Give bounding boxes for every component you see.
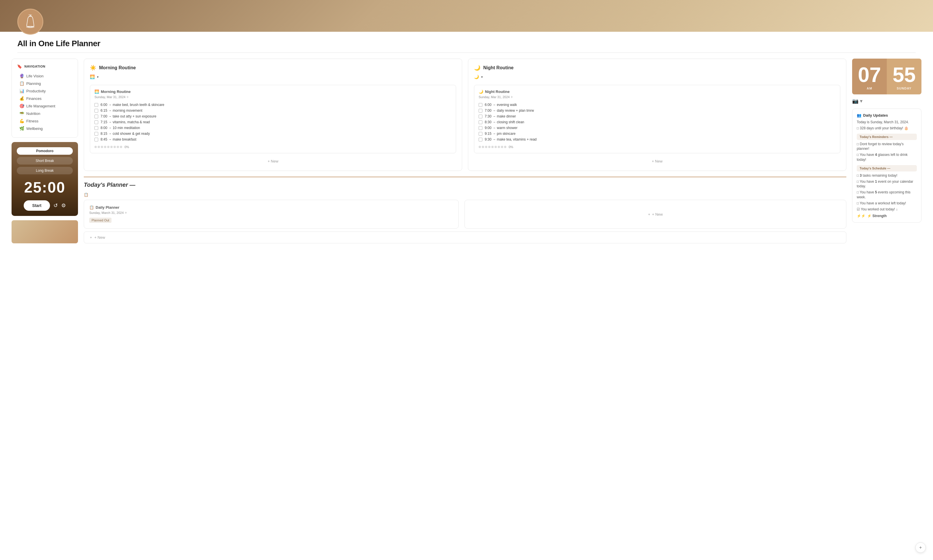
routine-item: 7:30 → make dinner	[479, 114, 836, 119]
life-management-icon: 🎯	[19, 104, 24, 108]
main-content: ☀️ Morning Routine 🌅 ▾ 🌅 Morning Routine…	[84, 58, 846, 243]
nav-header-label: NAVIGATION	[25, 65, 45, 68]
pomodoro-widget: Pomodoro Short Break Long Break 25:00 St…	[12, 142, 78, 216]
clock-day-label: SUNDAY	[897, 86, 911, 90]
clock-period-label: AM	[867, 86, 872, 90]
sidebar-item-nutrition[interactable]: 🥗 Nutrition	[17, 110, 72, 117]
routine-item: 6:15 → morning movement	[94, 108, 452, 114]
clock-hour-display: 07	[858, 65, 881, 85]
plus-icon: +	[648, 212, 651, 217]
night-inner-title: 🌙 Night Routine	[479, 89, 836, 94]
progress-dot	[504, 146, 506, 148]
sidebar-item-label: Productivity	[26, 89, 46, 93]
night-progress-dots	[479, 146, 506, 148]
sidebar-item-label: Wellbeing	[26, 126, 43, 131]
progress-dot	[114, 146, 116, 148]
night-checkbox-3[interactable]	[479, 120, 483, 124]
daily-planner-icon: 📋	[89, 205, 94, 209]
morning-item-2: 7:00 → take out atty + sun exposure	[100, 114, 156, 118]
progress-dot	[107, 146, 109, 148]
planner-cards-row: 📋 Daily Planner Sunday, March 31, 2024 ✧…	[84, 200, 846, 229]
night-checkbox-0[interactable]	[479, 103, 483, 107]
planner-icon: 📋	[84, 192, 88, 197]
planned-out-badge: Planned Out	[89, 218, 111, 223]
morning-item-1: 6:15 → morning movement	[100, 109, 142, 112]
night-routine-date: Sunday, Mar 31, 2024 ✧	[479, 95, 836, 99]
morning-progress-label: 0%	[125, 145, 129, 149]
sidebar-item-fitness[interactable]: 💪 Fitness	[17, 117, 72, 125]
routine-item: 7:00 → take out atty + sun exposure	[94, 114, 452, 119]
header-banner	[0, 0, 933, 32]
planner-section: Today's Planner — 📋 📋 Daily Planner Sund…	[84, 177, 846, 243]
sidebar-item-label: Nutrition	[26, 111, 40, 116]
page-title-area: All in One Life Planner	[0, 32, 933, 52]
morning-checkbox-4[interactable]	[94, 126, 98, 130]
daily-updates-title: 👥 Daily Updates	[857, 113, 917, 117]
progress-dot	[117, 146, 119, 148]
progress-dot	[479, 146, 481, 148]
clock-hour-panel: 07 AM	[852, 58, 887, 94]
sidebar-item-finances[interactable]: 💰 Finances	[17, 95, 72, 102]
pomodoro-tabs: Pomodoro Short Break Long Break	[17, 147, 73, 174]
morning-add-new-button[interactable]: + New	[90, 158, 456, 165]
bookmark-icon: 🔖	[17, 64, 22, 69]
sidebar: 🔖 NAVIGATION 🔮 Life Vision 📋 Planning 📊 …	[12, 58, 78, 243]
pomodoro-timer-display: 25:00	[17, 179, 73, 196]
camera-icon[interactable]: 📷	[852, 98, 859, 104]
clock-minute-panel: 55 SUNDAY	[887, 58, 921, 94]
pomodoro-start-button[interactable]: Start	[24, 200, 50, 211]
schedule-item-0: □ 3 tasks remaining today!	[857, 173, 917, 178]
camera-row: 📷 ▾	[852, 98, 921, 104]
morning-expand-icon[interactable]: ▾	[97, 75, 99, 78]
reminders-header: Today's Reminders —	[857, 134, 917, 140]
morning-checkbox-5[interactable]	[94, 132, 98, 136]
morning-checkbox-1[interactable]	[94, 109, 98, 112]
pomodoro-tab-pomodoro[interactable]: Pomodoro	[17, 147, 73, 155]
night-sub-icon: 🌙	[474, 74, 479, 79]
night-expand-icon[interactable]: ▾	[481, 75, 483, 78]
reminder-item-1: □ You have 4 glasses left to drink today…	[857, 152, 917, 162]
sidebar-item-productivity[interactable]: 📊 Productivity	[17, 87, 72, 95]
routine-item: 9:00 → warm shower	[479, 125, 836, 131]
night-checkbox-5[interactable]	[479, 132, 483, 136]
sidebar-item-life-vision[interactable]: 🔮 Life Vision	[17, 72, 72, 80]
morning-checkbox-6[interactable]	[94, 138, 98, 142]
night-routine-card: 🌙 Night Routine 🌙 ▾ 🌙 Night Routine Sund…	[468, 58, 846, 171]
routine-item: 8:00 → 10 min meditation	[94, 125, 452, 131]
progress-dot	[482, 146, 484, 148]
routine-item: 6:00 → make bed, brush teeth & skincare	[94, 102, 452, 108]
night-add-new-button[interactable]: + New	[474, 158, 840, 165]
morning-routine-date: Sunday, Mar 31, 2024 ✧	[94, 95, 452, 99]
schedule-item-4: ☑ You worked out today! ↓	[857, 207, 917, 212]
nav-header: 🔖 NAVIGATION	[17, 64, 72, 69]
morning-item-3: 7:15 → vitamins, matcha & read	[100, 120, 150, 124]
routine-item: 8:45 → make breakfast	[94, 137, 452, 142]
night-item-1: 7:00 → daily review + plan tmrw	[485, 109, 534, 112]
camera-expand-icon[interactable]: ▾	[860, 98, 862, 104]
sidebar-item-life-management[interactable]: 🎯 Life Management	[17, 102, 72, 110]
night-item-4: 9:00 → warm shower	[485, 126, 517, 130]
planner-add-new-button[interactable]: + + New	[464, 200, 846, 229]
sidebar-item-planning[interactable]: 📋 Planning	[17, 80, 72, 87]
night-checkbox-2[interactable]	[479, 115, 483, 118]
night-item-2: 7:30 → make dinner	[485, 114, 516, 118]
morning-checkbox-2[interactable]	[94, 115, 98, 118]
night-checkbox-6[interactable]	[479, 138, 483, 142]
pomodoro-tab-long-break[interactable]: Long Break	[17, 167, 73, 174]
wellbeing-icon: 🌿	[19, 126, 24, 131]
sidebar-item-label: Life Vision	[26, 74, 44, 78]
pomodoro-settings-icon[interactable]: ⚙	[61, 202, 66, 209]
clock-widget: 07 AM 55 SUNDAY	[852, 58, 921, 94]
schedule-item-2: □ You have 5 events upcoming this week.	[857, 190, 917, 200]
night-checkbox-1[interactable]	[479, 109, 483, 112]
morning-checkbox-3[interactable]	[94, 120, 98, 124]
life-vision-icon: 🔮	[19, 74, 24, 78]
morning-checkbox-0[interactable]	[94, 103, 98, 107]
morning-routine-sub-header: 🌅 ▾	[90, 74, 456, 80]
night-checkbox-4[interactable]	[479, 126, 483, 130]
bottom-add-new-button[interactable]: + + New	[84, 231, 846, 243]
schedule-header: Today's Schedule —	[857, 165, 917, 171]
sidebar-item-wellbeing[interactable]: 🌿 Wellbeing	[17, 125, 72, 132]
pomodoro-reset-icon[interactable]: ↺	[54, 202, 58, 209]
pomodoro-tab-short-break[interactable]: Short Break	[17, 157, 73, 165]
